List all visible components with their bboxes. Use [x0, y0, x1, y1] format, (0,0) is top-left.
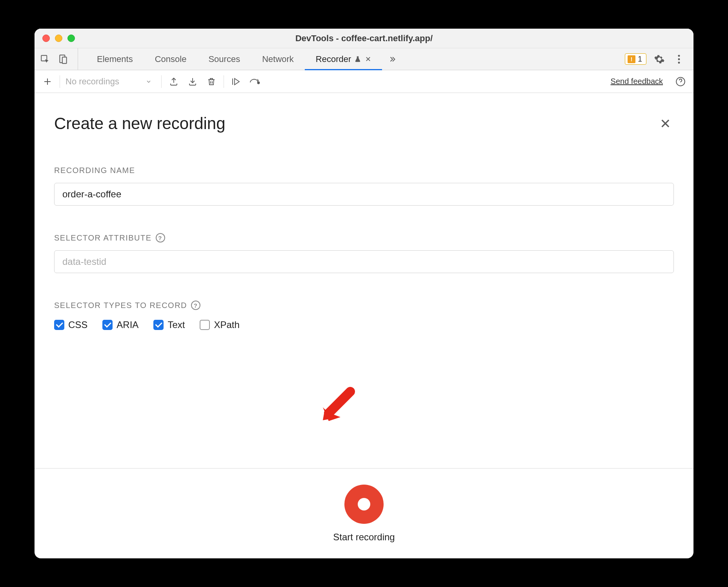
- experiment-flask-icon: [354, 56, 361, 63]
- checkbox-icon: [200, 320, 210, 330]
- svg-point-6: [258, 82, 260, 84]
- more-options-icon[interactable]: [672, 53, 686, 66]
- tab-network[interactable]: Network: [251, 48, 305, 70]
- close-window-button[interactable]: [42, 35, 50, 42]
- checkbox-icon: [54, 320, 64, 330]
- more-tabs-icon[interactable]: [386, 53, 399, 66]
- tab-elements[interactable]: Elements: [86, 48, 144, 70]
- devtools-window: DevTools - coffee-cart.netlify.app/ Elem…: [35, 29, 693, 558]
- tab-label: Sources: [208, 54, 240, 64]
- help-icon[interactable]: [674, 75, 687, 88]
- close-panel-button[interactable]: ✕: [657, 113, 674, 135]
- label-text: SELECTOR ATTRIBUTE: [54, 233, 152, 242]
- selector-types-checkboxes: CSS ARIA Text XPath: [54, 319, 674, 330]
- selector-types-label: SELECTOR TYPES TO RECORD ?: [54, 301, 674, 310]
- record-dot-icon: [358, 498, 370, 510]
- import-icon[interactable]: [186, 75, 199, 88]
- tab-label: Console: [155, 54, 187, 64]
- delete-icon[interactable]: [205, 75, 218, 88]
- start-recording-label: Start recording: [333, 532, 395, 543]
- selector-attribute-label: SELECTOR ATTRIBUTE ?: [54, 233, 674, 242]
- recordings-dropdown[interactable]: No recordings: [66, 77, 156, 87]
- warnings-badge[interactable]: ! 1: [625, 53, 646, 65]
- tab-label: Elements: [97, 54, 133, 64]
- warning-icon: !: [628, 55, 635, 63]
- checkbox-label: ARIA: [116, 319, 138, 330]
- tab-sources[interactable]: Sources: [197, 48, 251, 70]
- svg-point-5: [678, 62, 680, 64]
- separator: [60, 75, 60, 88]
- label-text: SELECTOR TYPES TO RECORD: [54, 301, 187, 310]
- settings-gear-icon[interactable]: [653, 53, 666, 66]
- export-icon[interactable]: [167, 75, 180, 88]
- checkbox-css[interactable]: CSS: [54, 319, 87, 330]
- tab-console[interactable]: Console: [144, 48, 198, 70]
- tab-label: Recorder: [316, 54, 351, 64]
- new-recording-icon[interactable]: [41, 75, 54, 88]
- tab-label: Network: [262, 54, 294, 64]
- start-recording-button[interactable]: [344, 485, 384, 524]
- tab-recorder[interactable]: Recorder ✕: [305, 48, 382, 70]
- selector-attribute-input[interactable]: [54, 250, 674, 273]
- recording-name-label: RECORDING NAME: [54, 166, 674, 175]
- recording-name-input[interactable]: [54, 183, 674, 206]
- help-icon[interactable]: ?: [191, 301, 200, 310]
- recorder-toolbar: No recordings Send feedback: [35, 70, 693, 93]
- separator: [161, 75, 162, 88]
- close-tab-icon[interactable]: ✕: [365, 55, 371, 64]
- help-icon[interactable]: ?: [156, 233, 165, 242]
- dropdown-label: No recordings: [66, 77, 119, 87]
- checkbox-label: Text: [167, 319, 185, 330]
- titlebar: DevTools - coffee-cart.netlify.app/: [35, 29, 693, 48]
- checkbox-label: CSS: [68, 319, 87, 330]
- recorder-create-panel: Create a new recording ✕ RECORDING NAME …: [35, 93, 693, 468]
- checkbox-aria[interactable]: ARIA: [102, 319, 138, 330]
- checkbox-text[interactable]: Text: [153, 319, 185, 330]
- page-title: Create a new recording: [54, 114, 226, 133]
- checkbox-xpath[interactable]: XPath: [200, 319, 239, 330]
- svg-point-4: [678, 58, 680, 60]
- send-feedback-link[interactable]: Send feedback: [611, 77, 663, 86]
- label-text: RECORDING NAME: [54, 166, 135, 175]
- annotation-arrow-icon: [317, 386, 356, 425]
- step-icon[interactable]: [248, 75, 262, 88]
- svg-point-3: [678, 55, 680, 57]
- start-recording-footer: Start recording: [35, 468, 693, 558]
- window-controls: [42, 35, 75, 42]
- checkbox-icon: [102, 320, 113, 330]
- warning-count: 1: [638, 55, 642, 64]
- minimize-window-button[interactable]: [55, 35, 62, 42]
- checkbox-icon: [153, 320, 164, 330]
- maximize-window-button[interactable]: [67, 35, 75, 42]
- svg-rect-2: [62, 57, 67, 63]
- devtools-tabbar: Elements Console Sources Network Recorde…: [35, 48, 693, 70]
- inspect-element-icon[interactable]: [38, 53, 52, 66]
- window-title: DevTools - coffee-cart.netlify.app/: [42, 33, 686, 44]
- device-toolbar-icon[interactable]: [56, 53, 70, 66]
- chevron-down-icon: [146, 78, 152, 85]
- checkbox-label: XPath: [214, 319, 239, 330]
- separator: [224, 75, 224, 88]
- panel-tabs: Elements Console Sources Network Recorde…: [86, 48, 625, 70]
- replay-icon[interactable]: [229, 75, 243, 88]
